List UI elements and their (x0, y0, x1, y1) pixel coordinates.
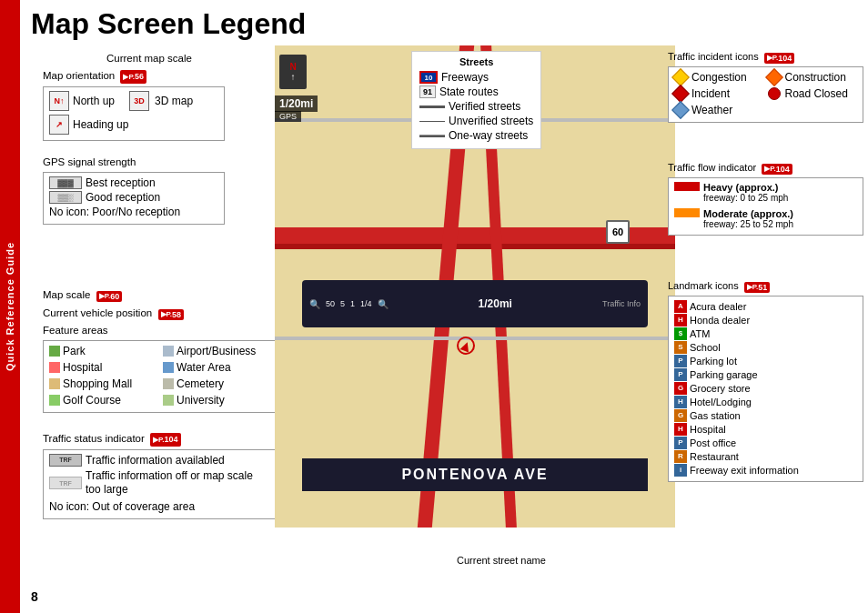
landmark-label: Hospital (690, 424, 726, 435)
verified-line-icon (419, 106, 445, 108)
compass: N ↑ (279, 55, 307, 89)
best-reception-icon: ▓▓▓ (49, 176, 82, 189)
streets-section: Streets 10 Freeways 91 State routes Veri… (411, 51, 541, 149)
no-coverage-label: No icon: Out of coverage area (49, 500, 195, 513)
landmark-item: RRestaurant (674, 450, 857, 463)
vehicle-marker (457, 337, 475, 355)
vehicle-pos-label: Current vehicle position 58 (43, 306, 184, 320)
minor-road2 (275, 337, 675, 340)
map-orientation-section: Map orientation 56 N↑ North up 3D 3D map… (43, 68, 225, 141)
gps-signal-section: GPS signal strength ▓▓▓ Best reception ▒… (43, 155, 225, 225)
gps-label: GPS (275, 111, 301, 122)
map-scale-ref: 60 (96, 291, 123, 302)
heading-up-icon: ↗ (49, 115, 69, 135)
landmark-label: Acura dealer (690, 301, 746, 312)
interstate-icon: 10 (419, 71, 438, 84)
best-reception-label: Best reception (86, 176, 156, 189)
incident-icon (671, 85, 690, 103)
heading-up-label: Heading up (73, 118, 128, 131)
traffic-incident-section: Traffic incident icons 104 Congestion Co… (668, 51, 863, 123)
state-routes-label: State routes (439, 85, 499, 98)
airport-icon (163, 346, 174, 357)
landmark-label: Gas station (690, 410, 741, 421)
landmark-icon-9: H (674, 423, 687, 436)
traffic-avail-icon: TRF (49, 454, 82, 467)
landmark-title: Landmark icons (668, 280, 739, 291)
landmark-icon-0: A (674, 300, 687, 313)
incident-label: Incident (691, 87, 730, 100)
page-number: 8 (31, 589, 38, 604)
street-name-bar: PONTENOVA AVE (302, 458, 648, 491)
landmark-icon-3: S (674, 341, 687, 354)
shopping-icon (49, 378, 60, 389)
landmark-icon-7: H (674, 396, 687, 408)
landmark-icon-11: R (674, 450, 687, 463)
landmark-label: Hotel/Lodging (690, 397, 752, 407)
landmark-label: School (690, 342, 721, 353)
landmark-label: Parking garage (690, 369, 758, 380)
landmark-item: GGas station (674, 409, 857, 422)
construction-label: Construction (785, 71, 846, 84)
cemetery-icon (163, 378, 174, 389)
landmark-item: $ATM (674, 327, 857, 340)
landmark-item: iFreeway exit information (674, 464, 857, 477)
no-reception-label: No icon: Poor/No reception (49, 206, 180, 218)
landmark-label: ATM (690, 328, 710, 339)
road-closed-icon (768, 87, 781, 100)
traffic-flow-ref: 104 (762, 164, 792, 175)
landmark-icon-4: P (674, 355, 687, 367)
current-map-scale-label: Current map scale (106, 53, 192, 64)
page-title: Map Screen Legend (20, 0, 868, 45)
main-road-h2 (275, 244, 675, 249)
weather-icon (671, 101, 690, 119)
3d-map-label: 3D map (155, 95, 193, 107)
university-icon (163, 395, 174, 406)
landmark-icon-2: $ (674, 327, 687, 340)
state-route-icon: 91 (419, 85, 436, 98)
3d-map-icon: 3D (129, 91, 149, 111)
moderate-label: Moderate (approx.) (703, 208, 793, 219)
landmark-label: Honda dealer (690, 315, 750, 326)
good-reception-icon: ▒▒░ (49, 191, 82, 204)
landmark-icon-12: i (674, 464, 687, 477)
traffic-off-label: Traffic information off or map scale too… (86, 469, 267, 497)
weather-label: Weather (691, 104, 732, 116)
north-up-label: North up (73, 95, 115, 107)
oneway-line-icon (419, 135, 445, 137)
speed-limit-sign: 60 (606, 220, 630, 244)
landmark-icon-6: G (674, 382, 687, 395)
hospital-feat-icon (49, 362, 60, 373)
verified-label: Verified streets (449, 100, 520, 113)
heavy-label: Heavy (approx.) (703, 182, 788, 193)
landmark-icon-8: G (674, 409, 687, 422)
traffic-incident-title: Traffic incident icons (668, 51, 759, 62)
congestion-icon (671, 68, 690, 86)
landmark-item: AAcura dealer (674, 300, 857, 313)
vehicle-pos-ref: 58 (158, 309, 185, 320)
landmark-item: HHonda dealer (674, 314, 857, 327)
north-up-icon: N↑ (49, 91, 69, 111)
traffic-flow-title: Traffic flow indicator (668, 162, 756, 173)
oneway-label: One-way streets (449, 129, 528, 142)
side-tab-label: Quick Reference Guide (5, 242, 15, 371)
landmark-icon-1: H (674, 314, 687, 327)
street-name-display: PONTENOVA AVE (401, 467, 548, 483)
landmark-label: Restaurant (690, 451, 739, 462)
traffic-flow-section: Traffic flow indicator 104 Heavy (approx… (668, 162, 863, 236)
landmark-item: HHospital (674, 423, 857, 436)
heavy-traffic-icon (674, 182, 700, 191)
moderate-traffic-icon (674, 208, 700, 217)
traffic-status-ref: 104 (150, 433, 181, 447)
landmark-item: PParking garage (674, 368, 857, 381)
road-closed-label: Road Closed (785, 87, 848, 100)
landmark-item: SSchool (674, 341, 857, 354)
traffic-incident-ref: 104 (764, 53, 795, 64)
unverified-line-icon (419, 121, 445, 122)
unverified-label: Unverified streets (449, 115, 533, 127)
landmark-item: PPost office (674, 437, 857, 449)
landmark-icon-10: P (674, 437, 687, 449)
streets-title: Streets (419, 56, 533, 67)
freeways-label: Freeways (441, 71, 489, 84)
map-orientation-ref: 56 (120, 70, 146, 84)
side-tab: Quick Reference Guide (0, 0, 20, 613)
